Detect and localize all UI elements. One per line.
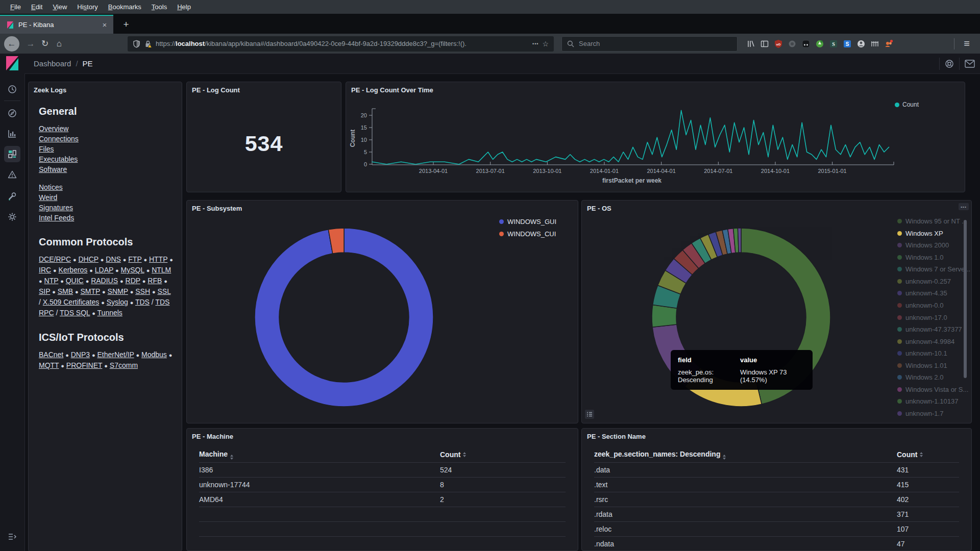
legend-item[interactable]: unknown-0.257 bbox=[897, 276, 970, 288]
zeek-link[interactable]: Notices bbox=[39, 183, 63, 191]
menu-tools[interactable]: Tools bbox=[146, 2, 172, 12]
zeek-link[interactable]: SIP bbox=[39, 287, 50, 295]
forward-button[interactable]: → bbox=[23, 37, 38, 51]
zeek-link[interactable]: BACnet bbox=[39, 350, 63, 359]
management-gear-icon[interactable] bbox=[4, 209, 20, 225]
zeek-link[interactable]: SNMP bbox=[108, 287, 128, 295]
zeek-link[interactable]: EtherNet/IP bbox=[97, 350, 134, 359]
zeek-link[interactable]: PROFINET bbox=[66, 361, 103, 369]
zeek-link[interactable]: RDP bbox=[126, 277, 140, 285]
column-header[interactable]: Machine bbox=[199, 450, 233, 460]
legend-item[interactable]: WINDOWS_CUI bbox=[499, 228, 556, 240]
legend-item[interactable]: Windows 2.0 bbox=[897, 371, 970, 384]
zeek-link[interactable]: IRC bbox=[39, 266, 51, 274]
legend-item[interactable]: unknown-0.0 bbox=[897, 299, 970, 312]
page-actions-icon[interactable]: ••• bbox=[532, 41, 538, 46]
zeek-link[interactable]: SMB bbox=[58, 287, 73, 295]
menu-button[interactable]: ≡ bbox=[960, 37, 974, 51]
legend-item[interactable]: unknown-47.37377 bbox=[897, 323, 970, 336]
url-bar[interactable]: https://localhost/kibana/app/kibana#/das… bbox=[128, 36, 554, 52]
breadcrumb-dashboard[interactable]: Dashboard bbox=[34, 59, 71, 68]
permissions-shield-icon[interactable] bbox=[133, 40, 140, 48]
column-header[interactable]: zeek_pe.section_names: Descending bbox=[594, 450, 726, 460]
zeek-link[interactable]: Files bbox=[39, 145, 54, 153]
multi-account-icon[interactable] bbox=[884, 39, 894, 49]
legend-item[interactable]: Windows 1.01 bbox=[897, 359, 970, 371]
zeek-link[interactable]: Weird bbox=[39, 193, 57, 202]
zeek-link[interactable]: QUIC bbox=[66, 277, 84, 285]
zeek-link[interactable]: SSL bbox=[157, 287, 170, 295]
stylus-extension-icon[interactable]: S bbox=[828, 39, 839, 49]
pie-slice-unknown-1.7[interactable] bbox=[738, 228, 741, 253]
zeek-link[interactable]: S7comm bbox=[110, 361, 138, 369]
legend-item[interactable]: unknown-17.0 bbox=[897, 311, 970, 323]
zeek-link[interactable]: Executables bbox=[39, 155, 78, 163]
feedback-envelope-icon[interactable] bbox=[965, 60, 975, 68]
recently-viewed-clock-icon[interactable] bbox=[4, 81, 20, 97]
legend-item[interactable]: Windows 1.0 bbox=[897, 252, 970, 264]
zeek-link[interactable]: Kerberos bbox=[59, 266, 88, 274]
legend-item[interactable]: Windows Vista or S... bbox=[897, 383, 970, 395]
tab-close-icon[interactable]: × bbox=[100, 20, 109, 30]
new-tab-button[interactable]: + bbox=[118, 17, 134, 32]
zeek-link[interactable]: Tunnels bbox=[97, 309, 122, 317]
containers-icon[interactable] bbox=[870, 39, 880, 49]
zeek-link[interactable]: HTTP bbox=[149, 255, 167, 263]
zeek-link[interactable]: Software bbox=[39, 165, 67, 173]
column-header[interactable]: Count bbox=[440, 447, 466, 462]
legend-item[interactable]: Windows 7 or Serve... bbox=[897, 263, 970, 276]
reload-button[interactable]: ↻ bbox=[38, 37, 52, 51]
pie-slice-WINDOWS_GUI[interactable] bbox=[255, 228, 433, 407]
menu-bookmarks[interactable]: Bookmarks bbox=[103, 2, 146, 12]
zeek-link[interactable]: MySQL bbox=[121, 266, 144, 274]
legend-item[interactable]: unknown-1.10137 bbox=[897, 395, 970, 408]
zeek-link[interactable]: SSH bbox=[135, 287, 150, 295]
zeek-link[interactable]: X.509 Certificates bbox=[43, 298, 100, 306]
legend-item[interactable]: Windows 95 or NT ... bbox=[897, 215, 970, 228]
zeek-link[interactable]: LDAP bbox=[95, 266, 113, 274]
menu-view[interactable]: View bbox=[47, 2, 72, 12]
bookmark-star-icon[interactable]: ☆ bbox=[542, 40, 549, 48]
panel-options-icon[interactable]: ••• bbox=[959, 203, 969, 210]
zeek-link[interactable]: SMTP bbox=[81, 287, 101, 295]
zeek-link[interactable]: Signatures bbox=[39, 204, 73, 212]
zeek-link[interactable]: NTP bbox=[44, 277, 59, 285]
cookie-extension-icon[interactable] bbox=[801, 39, 811, 49]
alerts-warning-icon[interactable] bbox=[4, 166, 20, 183]
zeek-link[interactable]: RADIUS bbox=[91, 277, 118, 285]
disabled-extension-icon[interactable] bbox=[787, 39, 797, 49]
kibana-logo[interactable] bbox=[6, 56, 19, 71]
visualize-chart-icon[interactable] bbox=[4, 126, 20, 142]
zeek-link[interactable]: Modbus bbox=[141, 350, 167, 359]
zeek-link[interactable]: DCE/RPC bbox=[39, 255, 71, 263]
zeek-link[interactable]: Overview bbox=[39, 124, 68, 133]
zeek-link[interactable]: FTP bbox=[128, 255, 141, 263]
ublock-origin-icon[interactable]: uO bbox=[773, 39, 783, 49]
collapse-nav-icon[interactable] bbox=[4, 529, 20, 545]
menu-help[interactable]: Help bbox=[172, 2, 196, 12]
account-icon[interactable] bbox=[856, 39, 866, 49]
dev-tools-wrench-icon[interactable] bbox=[4, 188, 20, 205]
home-button[interactable]: ⌂ bbox=[52, 37, 66, 51]
zeek-link[interactable]: Syslog bbox=[107, 298, 128, 306]
zeek-link[interactable]: TDS SQL bbox=[60, 309, 90, 317]
legend-item[interactable]: unknown-4.35 bbox=[897, 287, 970, 299]
menu-history[interactable]: History bbox=[72, 2, 103, 12]
back-button[interactable]: ← bbox=[4, 36, 19, 52]
legend-item[interactable]: Windows 2000 bbox=[897, 239, 970, 252]
legend-item[interactable]: unknown-1.7 bbox=[897, 408, 970, 420]
legend-item[interactable]: unknown-4.9984 bbox=[897, 335, 970, 347]
sidebars-icon[interactable] bbox=[760, 39, 770, 49]
lock-warning-icon[interactable] bbox=[144, 40, 152, 48]
chart-legend[interactable]: Count bbox=[895, 101, 919, 108]
dashboard-icon[interactable] bbox=[4, 146, 20, 162]
browser-search-field[interactable]: Search bbox=[561, 36, 738, 52]
zeek-link[interactable]: TDS bbox=[135, 298, 150, 306]
zeek-link[interactable]: Connections bbox=[39, 135, 79, 143]
singlefile-extension-icon[interactable]: S bbox=[842, 39, 852, 49]
browser-tab[interactable]: PE - Kibana × bbox=[0, 15, 113, 34]
legend-item[interactable]: Windows XP bbox=[897, 228, 970, 240]
library-icon[interactable] bbox=[746, 39, 756, 49]
menu-file[interactable]: File bbox=[5, 2, 26, 12]
zeek-link[interactable]: DNS bbox=[106, 255, 121, 263]
